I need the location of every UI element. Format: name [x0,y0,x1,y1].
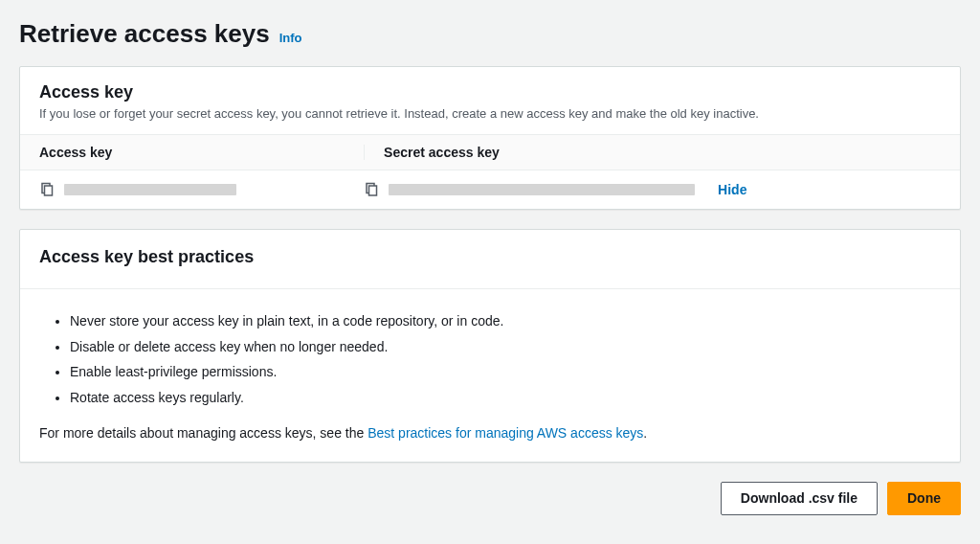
download-csv-button[interactable]: Download .csv file [721,482,878,515]
list-item: Disable or delete access key when no lon… [70,334,941,360]
more-details-text: For more details about managing access k… [39,425,941,441]
hide-toggle[interactable]: Hide [718,182,746,197]
list-item: Rotate access keys regularly. [70,385,941,411]
more-details-prefix: For more details about managing access k… [39,425,368,441]
key-table-header: Access key Secret access key [20,135,960,170]
best-practices-link[interactable]: Best practices for managing AWS access k… [368,425,643,441]
best-practices-body: Never store your access key in plain tex… [20,289,960,462]
access-key-column-label: Access key [39,145,112,160]
access-key-panel-subtitle: If you lose or forget your secret access… [39,106,941,121]
svg-rect-3 [369,186,377,195]
secret-key-column-label: Secret access key [384,145,500,160]
secret-key-value [389,184,695,195]
copy-icon[interactable] [39,182,55,197]
info-link[interactable]: Info [279,31,302,45]
best-practices-panel: Access key best practices Never store yo… [19,229,961,463]
page-title: Retrieve access keys [19,19,270,49]
access-key-panel: Access key If you lose or forget your se… [19,66,961,210]
page-header: Retrieve access keys Info [19,19,961,49]
more-details-suffix: . [643,425,647,441]
copy-icon[interactable] [364,182,379,197]
key-table-row: Hide [20,170,960,209]
done-button[interactable]: Done [887,482,961,515]
best-practices-list: Never store your access key in plain tex… [39,308,941,410]
svg-rect-1 [45,186,53,195]
access-key-panel-title: Access key [39,82,941,102]
best-practices-title: Access key best practices [39,247,941,267]
actions-row: Download .csv file Done [19,482,961,515]
access-key-value [64,184,236,195]
best-practices-header: Access key best practices [20,230,960,289]
list-item: Never store your access key in plain tex… [70,308,941,334]
list-item: Enable least-privilege permissions. [70,359,941,385]
access-key-panel-header: Access key If you lose or forget your se… [20,67,960,135]
